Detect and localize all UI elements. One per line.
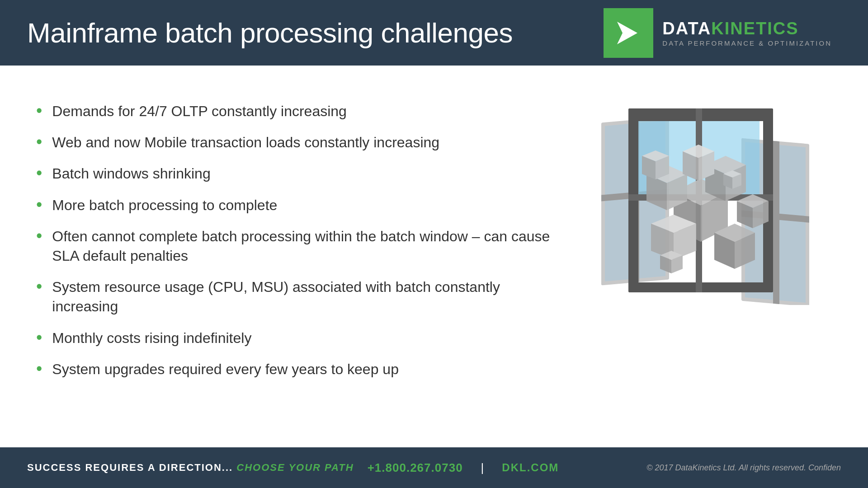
logo-subtitle: DATA PERFORMANCE & OPTIMIZATION xyxy=(662,39,832,47)
logo-kinetics-text: KINETICS xyxy=(711,19,798,38)
footer: SUCCESS REQUIRES A DIRECTION... CHOOSE Y… xyxy=(0,447,868,488)
list-item: System resource usage (CPU, MSU) associa… xyxy=(36,277,552,316)
list-item: Web and now Mobile transaction loads con… xyxy=(36,133,552,152)
bullet-list: Demands for 24/7 OLTP constantly increas… xyxy=(36,102,552,379)
list-item: Monthly costs rising indefinitely xyxy=(36,328,552,348)
footer-tagline-highlight: CHOOSE YOUR PATH xyxy=(236,462,354,473)
list-item: System upgrades required every few years… xyxy=(36,360,552,379)
list-item-text: More batch processing to complete xyxy=(52,196,277,215)
slide-title: Mainframe batch processing challenges xyxy=(27,17,513,49)
bullet-section: Demands for 24/7 OLTP constantly increas… xyxy=(36,93,570,391)
footer-separator: | xyxy=(481,461,484,475)
list-item-text: Web and now Mobile transaction loads con… xyxy=(52,133,439,152)
list-item: Demands for 24/7 OLTP constantly increas… xyxy=(36,102,552,121)
illustration-section xyxy=(570,102,832,305)
list-item-text: Monthly costs rising indefinitely xyxy=(52,328,251,348)
svg-rect-8 xyxy=(773,141,779,304)
footer-tagline-start: SUCCESS REQUIRES A DIRECTION... xyxy=(27,462,236,473)
footer-left: SUCCESS REQUIRES A DIRECTION... CHOOSE Y… xyxy=(27,461,559,475)
footer-website: DKL.COM xyxy=(502,461,559,474)
svg-marker-0 xyxy=(617,22,637,44)
list-item-text: System resource usage (CPU, MSU) associa… xyxy=(52,277,552,316)
list-item: Often cannot complete batch processing w… xyxy=(36,227,552,266)
window-cubes-illustration xyxy=(583,102,818,305)
footer-copyright: © 2017 DataKinetics Ltd. All rights rese… xyxy=(646,463,841,473)
logo-data-text: DATA xyxy=(662,19,711,38)
list-item-text: Demands for 24/7 OLTP constantly increas… xyxy=(52,102,347,121)
list-item: More batch processing to complete xyxy=(36,196,552,215)
list-item-text: Batch windows shrinking xyxy=(52,164,210,183)
list-item-text: System upgrades required every few years… xyxy=(52,360,399,379)
footer-phone: +1.800.267.0730 xyxy=(368,461,463,475)
logo-arrow-icon xyxy=(613,17,644,49)
main-content: Demands for 24/7 OLTP constantly increas… xyxy=(0,66,868,447)
footer-tagline: SUCCESS REQUIRES A DIRECTION... CHOOSE Y… xyxy=(27,462,354,474)
list-item: Batch windows shrinking xyxy=(36,164,552,183)
logo-icon xyxy=(604,8,653,58)
list-item-text: Often cannot complete batch processing w… xyxy=(52,227,552,266)
logo-brand: DATAKINETICS xyxy=(662,19,832,38)
logo-text-area: DATAKINETICS DATA PERFORMANCE & OPTIMIZA… xyxy=(653,14,841,52)
logo-container: DATAKINETICS DATA PERFORMANCE & OPTIMIZA… xyxy=(604,8,841,58)
header: Mainframe batch processing challenges DA… xyxy=(0,0,868,66)
